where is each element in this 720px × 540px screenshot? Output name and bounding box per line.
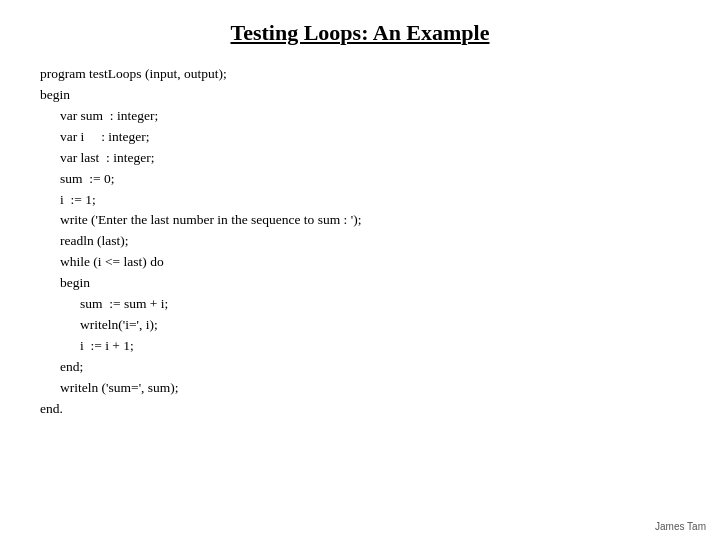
code-line-1: program testLoops (input, output); [40, 64, 690, 85]
code-line-15: end; [40, 357, 690, 378]
code-line-11: begin [40, 273, 690, 294]
code-line-14: i := i + 1; [40, 336, 690, 357]
code-line-3: var sum : integer; [40, 106, 690, 127]
code-line-7: i := 1; [40, 190, 690, 211]
code-line-13: writeln('i=', i); [40, 315, 690, 336]
code-line-8: write ('Enter the last number in the seq… [40, 210, 690, 231]
code-line-16: writeln ('sum=', sum); [40, 378, 690, 399]
code-block: program testLoops (input, output); begin… [40, 64, 690, 420]
page-container: Testing Loops: An Example program testLo… [0, 0, 720, 540]
code-line-4: var i : integer; [40, 127, 690, 148]
code-line-17: end. [40, 399, 690, 420]
code-line-6: sum := 0; [40, 169, 690, 190]
code-line-12: sum := sum + i; [40, 294, 690, 315]
watermark: James Tam [655, 521, 706, 532]
code-line-2: begin [40, 85, 690, 106]
code-line-10: while (i <= last) do [40, 252, 690, 273]
page-title: Testing Loops: An Example [30, 20, 690, 46]
code-line-9: readln (last); [40, 231, 690, 252]
code-line-5: var last : integer; [40, 148, 690, 169]
